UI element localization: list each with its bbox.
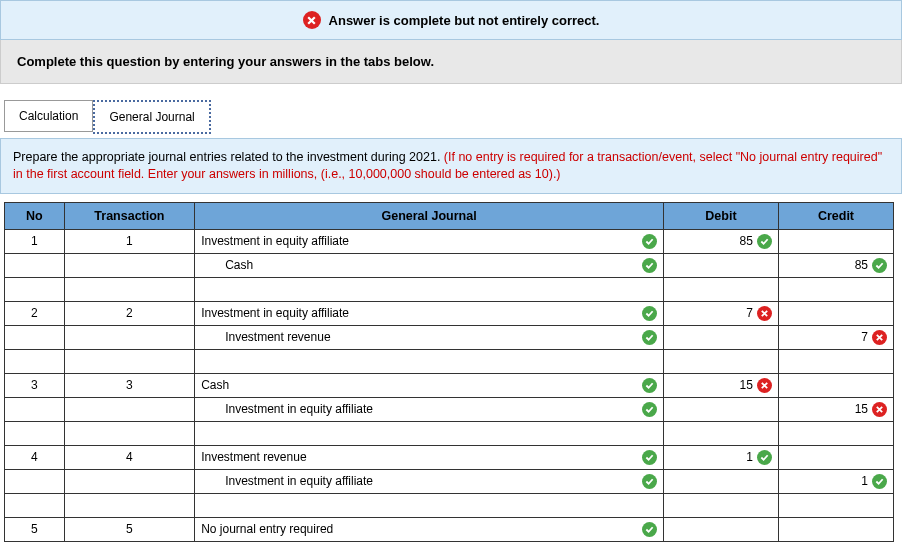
cell-no: 1 — [5, 229, 65, 253]
table-row: 11Investment in equity affiliate85 — [5, 229, 894, 253]
cell-account[interactable] — [195, 421, 664, 445]
header-transaction: Transaction — [64, 202, 194, 229]
status-banner: Answer is complete but not entirely corr… — [0, 0, 902, 40]
cell-credit[interactable] — [778, 493, 893, 517]
cell-no — [5, 493, 65, 517]
cell-txn: 5 — [64, 517, 194, 541]
check-icon — [642, 474, 657, 489]
cell-credit[interactable]: 1 — [778, 469, 893, 493]
cell-txn — [64, 397, 194, 421]
table-row: Investment in equity affiliate15 — [5, 397, 894, 421]
prompt-lead: Prepare the appropriate journal entries … — [13, 150, 444, 164]
cell-txn — [64, 253, 194, 277]
check-icon — [642, 522, 657, 537]
cell-debit[interactable]: 15 — [663, 373, 778, 397]
check-icon — [642, 234, 657, 249]
cell-account[interactable]: No journal entry required — [195, 517, 664, 541]
check-icon — [872, 474, 887, 489]
table-row: Cash85 — [5, 253, 894, 277]
debit-value: 85 — [740, 234, 753, 248]
cell-no — [5, 277, 65, 301]
credit-value: 85 — [855, 258, 868, 272]
account-text: No journal entry required — [201, 522, 642, 536]
cell-account[interactable]: Cash — [195, 373, 664, 397]
cell-credit[interactable] — [778, 445, 893, 469]
cell-txn — [64, 277, 194, 301]
cell-no: 2 — [5, 301, 65, 325]
check-icon — [642, 402, 657, 417]
cell-account[interactable]: Investment in equity affiliate — [195, 397, 664, 421]
cell-account[interactable]: Investment revenue — [195, 445, 664, 469]
cell-debit[interactable] — [663, 421, 778, 445]
cell-no — [5, 325, 65, 349]
account-text: Investment in equity affiliate — [201, 474, 642, 488]
cell-account[interactable]: Investment in equity affiliate — [195, 301, 664, 325]
cell-account[interactable]: Investment in equity affiliate — [195, 469, 664, 493]
cell-credit[interactable] — [778, 517, 893, 541]
account-text: Investment revenue — [201, 330, 642, 344]
cross-icon — [757, 378, 772, 393]
cell-credit[interactable]: 15 — [778, 397, 893, 421]
cell-credit[interactable] — [778, 349, 893, 373]
table-row — [5, 493, 894, 517]
journal-table-wrap: No Transaction General Journal Debit Cre… — [0, 194, 902, 542]
cell-debit[interactable] — [663, 397, 778, 421]
cell-debit[interactable]: 1 — [663, 445, 778, 469]
cell-account[interactable] — [195, 493, 664, 517]
cell-no — [5, 469, 65, 493]
cell-debit[interactable] — [663, 469, 778, 493]
cell-debit[interactable] — [663, 349, 778, 373]
table-row — [5, 277, 894, 301]
debit-value: 15 — [740, 378, 753, 392]
cell-debit[interactable]: 7 — [663, 301, 778, 325]
cell-debit[interactable] — [663, 253, 778, 277]
cell-debit[interactable] — [663, 277, 778, 301]
table-row: Investment in equity affiliate1 — [5, 469, 894, 493]
account-text: Investment in equity affiliate — [201, 306, 642, 320]
cross-icon — [757, 306, 772, 321]
debit-value: 1 — [746, 450, 753, 464]
cell-credit[interactable] — [778, 277, 893, 301]
table-row: 55No journal entry required — [5, 517, 894, 541]
check-icon — [757, 450, 772, 465]
cell-account[interactable]: Cash — [195, 253, 664, 277]
tab-calculation[interactable]: Calculation — [4, 100, 93, 132]
tab-general-journal[interactable]: General Journal — [93, 100, 210, 134]
account-text: Investment in equity affiliate — [201, 234, 642, 248]
check-icon — [642, 450, 657, 465]
error-icon — [303, 11, 321, 29]
cell-account[interactable] — [195, 349, 664, 373]
header-credit: Credit — [778, 202, 893, 229]
cell-debit[interactable] — [663, 517, 778, 541]
account-text: Investment in equity affiliate — [201, 402, 642, 416]
cell-txn — [64, 325, 194, 349]
cell-credit[interactable]: 85 — [778, 253, 893, 277]
instruction-text: Complete this question by entering your … — [17, 54, 434, 69]
cell-credit[interactable]: 7 — [778, 325, 893, 349]
cell-debit[interactable] — [663, 493, 778, 517]
table-row: Investment revenue7 — [5, 325, 894, 349]
cross-icon — [872, 402, 887, 417]
cell-debit[interactable]: 85 — [663, 229, 778, 253]
tabs-row: CalculationGeneral Journal — [0, 84, 902, 134]
check-icon — [642, 330, 657, 345]
cell-account[interactable]: Investment revenue — [195, 325, 664, 349]
cell-no — [5, 349, 65, 373]
cell-credit[interactable] — [778, 301, 893, 325]
credit-value: 15 — [855, 402, 868, 416]
cell-account[interactable]: Investment in equity affiliate — [195, 229, 664, 253]
debit-value: 7 — [746, 306, 753, 320]
cell-debit[interactable] — [663, 325, 778, 349]
journal-table: No Transaction General Journal Debit Cre… — [4, 202, 894, 542]
account-text: Investment revenue — [201, 450, 642, 464]
cell-credit[interactable] — [778, 421, 893, 445]
cell-no: 4 — [5, 445, 65, 469]
cell-account[interactable] — [195, 277, 664, 301]
header-debit: Debit — [663, 202, 778, 229]
header-no: No — [5, 202, 65, 229]
cell-no: 5 — [5, 517, 65, 541]
cell-no — [5, 397, 65, 421]
instruction-bar: Complete this question by entering your … — [0, 40, 902, 84]
cell-credit[interactable] — [778, 229, 893, 253]
cell-credit[interactable] — [778, 373, 893, 397]
